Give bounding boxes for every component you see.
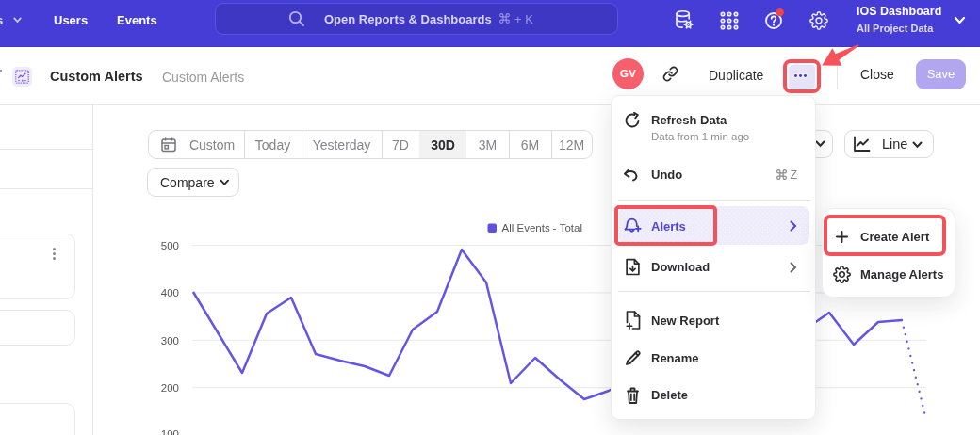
svg-text:400: 400 (161, 287, 179, 298)
svg-text:200: 200 (161, 382, 179, 394)
svg-text:300: 300 (161, 335, 179, 346)
svg-text:500: 500 (161, 240, 179, 251)
svg-text:100: 100 (161, 428, 179, 435)
svg-text:All Events - Total: All Events - Total (502, 222, 582, 234)
